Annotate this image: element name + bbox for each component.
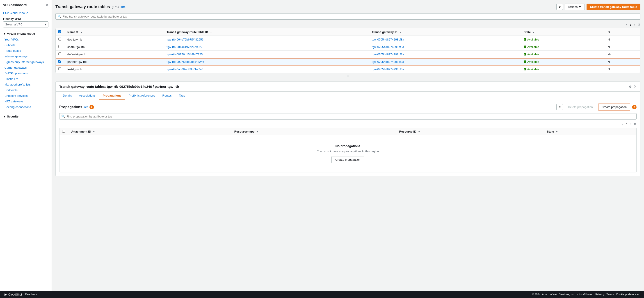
- terms-link[interactable]: Terms: [606, 293, 614, 296]
- row-checkbox[interactable]: [58, 60, 61, 63]
- prop-state-sort-icon[interactable]: ▼: [556, 131, 558, 133]
- pagination-prev-button[interactable]: ‹: [625, 22, 628, 27]
- pagination-next-button[interactable]: ›: [633, 22, 636, 27]
- prop-resource-id-sort-icon[interactable]: ▼: [418, 131, 420, 133]
- feedback-link[interactable]: Feedback: [25, 293, 37, 296]
- sidebar-item-elastic-ips[interactable]: Elastic IPs: [0, 76, 52, 82]
- title-info-link[interactable]: info: [120, 5, 126, 8]
- sidebar-item-your-vpcs[interactable]: Your VPCs: [0, 37, 52, 42]
- prop-select-all-column: [60, 128, 68, 135]
- state-sort-icon[interactable]: ▼: [532, 31, 535, 33]
- refresh-button[interactable]: ↻: [556, 4, 563, 10]
- propagations-title-area: Propagations info 2: [59, 105, 94, 109]
- tgw-id-link[interactable]: tgw-07054d8274298cf8a: [372, 53, 404, 56]
- prop-pagination-prev-button[interactable]: ‹: [621, 122, 624, 126]
- actions-dropdown-icon: ▼: [578, 5, 581, 8]
- sidebar-item-peering-connections[interactable]: Peering connections: [0, 104, 52, 110]
- tgw-id-link[interactable]: tgw-07054d8274298cf8a: [372, 67, 404, 71]
- prop-table-settings-icon[interactable]: ⚙: [634, 122, 636, 126]
- tab-tags[interactable]: Tags: [175, 92, 188, 100]
- sidebar-item-nat-gateways[interactable]: NAT gateways: [0, 99, 52, 104]
- tgw-id-link[interactable]: tgw-07054d8274298cf8a: [372, 38, 404, 41]
- vpc-nav-section: ▼ Virtual private cloud Your VPCs Subnet…: [0, 29, 52, 112]
- tgw-id-sort-icon[interactable]: ▼: [399, 31, 402, 33]
- privacy-link[interactable]: Privacy: [595, 293, 604, 296]
- sidebar-item-endpoints[interactable]: Endpoints: [0, 87, 52, 93]
- virtual-private-cloud-section-header[interactable]: ▼ Virtual private cloud: [0, 31, 52, 37]
- propagations-search-input[interactable]: [66, 115, 634, 118]
- propagations-refresh-button[interactable]: ↻: [556, 104, 563, 110]
- name-edit-icon[interactable]: ✏: [76, 30, 79, 34]
- detail-panel: Transit gateway route tables: tgw-rtb-09…: [56, 81, 640, 176]
- propagations-empty-state: No propagations You do not have any prop…: [62, 137, 634, 170]
- propagations-info-link[interactable]: info: [84, 106, 88, 109]
- row-checkbox[interactable]: [58, 67, 61, 70]
- tab-propagations[interactable]: Propagations: [99, 92, 125, 100]
- ec2-global-view-link[interactable]: EC2 Global View ↗: [0, 10, 52, 16]
- rtb-id-sort-icon[interactable]: ▼: [210, 31, 212, 33]
- sidebar-close-button[interactable]: ✕: [46, 3, 48, 7]
- prop-attachment-sort-icon[interactable]: ▼: [93, 131, 95, 133]
- drag-handle[interactable]: ≡: [56, 73, 640, 78]
- row-checkbox[interactable]: [58, 37, 61, 40]
- main-search-input[interactable]: [63, 15, 638, 18]
- prop-pagination-next-button[interactable]: ›: [629, 122, 632, 126]
- select-all-checkbox[interactable]: [58, 30, 61, 33]
- th-tgw-id: Transit gateway ID ▼: [369, 28, 521, 36]
- cookie-preferences-link[interactable]: Cookie preferences: [616, 293, 640, 296]
- create-propagation-button-top[interactable]: Create propagation: [598, 103, 630, 110]
- row-rtb-id: tgw-rtb-08776b15fbf9d7325: [164, 51, 369, 58]
- vpc-select[interactable]: Select a VPC: [3, 21, 48, 27]
- sidebar-item-dhcp-option-sets[interactable]: DHCP option sets: [0, 70, 52, 76]
- top-bar-actions: ↻ Actions ▼ Create transit gateway route…: [556, 3, 640, 10]
- sidebar-item-egress-only-internet-gateways[interactable]: Egress-only internet gateways: [0, 59, 52, 65]
- sidebar-item-managed-prefix-lists[interactable]: Managed prefix lists: [0, 82, 52, 87]
- row-rtb-id: tgw-rtb-09275bde9be14c246: [164, 58, 369, 65]
- rtb-id-link[interactable]: tgw-rtb-064e76b67f5482956: [167, 38, 204, 41]
- name-sort-icon[interactable]: ▼: [80, 31, 83, 33]
- rtb-id-link[interactable]: tgw-rtb-0ab08ac43fd6be7a3: [167, 67, 204, 71]
- sidebar-item-endpoint-services[interactable]: Endpoint services: [0, 93, 52, 99]
- prop-th-attachment-id: Attachment ID ▼: [68, 128, 232, 135]
- sidebar-item-subnets[interactable]: Subnets: [0, 42, 52, 48]
- route-tables-table: Name ✏ ▼ Transit gateway route table ID …: [56, 28, 640, 73]
- step-2-badge: 2: [90, 105, 94, 109]
- propagations-empty-text: You do not have any propagations in this…: [66, 150, 630, 153]
- rtb-id-link[interactable]: tgw-rtb-0814e1f66f2679927: [167, 45, 203, 49]
- row-name: test-tgw-rtb: [65, 65, 164, 73]
- row-checkbox[interactable]: [58, 52, 61, 55]
- sidebar-item-route-tables[interactable]: Route tables: [0, 48, 52, 53]
- tab-associations[interactable]: Associations: [76, 92, 99, 100]
- table-row: No propagations You do not have any prop…: [60, 135, 636, 172]
- create-propagation-button-center[interactable]: Create propagation: [332, 156, 364, 163]
- prop-resource-type-sort-icon[interactable]: ▼: [256, 131, 258, 133]
- security-section-header[interactable]: ▼ Security: [0, 113, 52, 119]
- detail-close-button[interactable]: ✕: [634, 84, 636, 89]
- table-settings-icon[interactable]: ⚙: [638, 23, 640, 26]
- row-d: N: [605, 43, 640, 51]
- tgw-id-link[interactable]: tgw-07054d8274298cf8a: [372, 60, 404, 63]
- status-dot-icon: [524, 60, 526, 63]
- filter-by-vpc: Filter by VPC: Select a VPC ▼: [0, 16, 52, 29]
- rtb-id-link[interactable]: tgw-rtb-09275bde9be14c246: [167, 60, 204, 63]
- create-transit-gateway-route-table-button[interactable]: Create transit gateway route table: [586, 3, 640, 10]
- sidebar-item-internet-gateways[interactable]: Internet gateways: [0, 53, 52, 59]
- tab-routes[interactable]: Routes: [159, 92, 175, 100]
- tab-details[interactable]: Details: [59, 92, 76, 100]
- main-search-bar: 🔍: [56, 13, 640, 19]
- status-dot-icon: [524, 38, 526, 41]
- actions-button[interactable]: Actions ▼: [565, 3, 585, 10]
- status-available: Available: [524, 45, 602, 49]
- tgw-id-link[interactable]: tgw-07054d8274298cf8a: [372, 45, 404, 49]
- detail-settings-icon[interactable]: ⚙: [629, 85, 632, 88]
- rtb-id-link[interactable]: tgw-rtb-08776b15fbf9d7325: [167, 53, 203, 56]
- sidebar-item-carrier-gateways[interactable]: Carrier gateways: [0, 65, 52, 70]
- row-checkbox[interactable]: [58, 45, 61, 48]
- prop-select-all-checkbox[interactable]: [62, 130, 65, 133]
- cloudshell-icon: ▶: [4, 293, 7, 296]
- vpc-section-label: Virtual private cloud: [7, 32, 35, 35]
- row-state: Available: [521, 51, 605, 58]
- status-available: Available: [524, 60, 602, 63]
- tab-prefix-list-references[interactable]: Prefix list references: [125, 92, 159, 100]
- cloudshell-button[interactable]: ▶ CloudShell: [4, 293, 22, 296]
